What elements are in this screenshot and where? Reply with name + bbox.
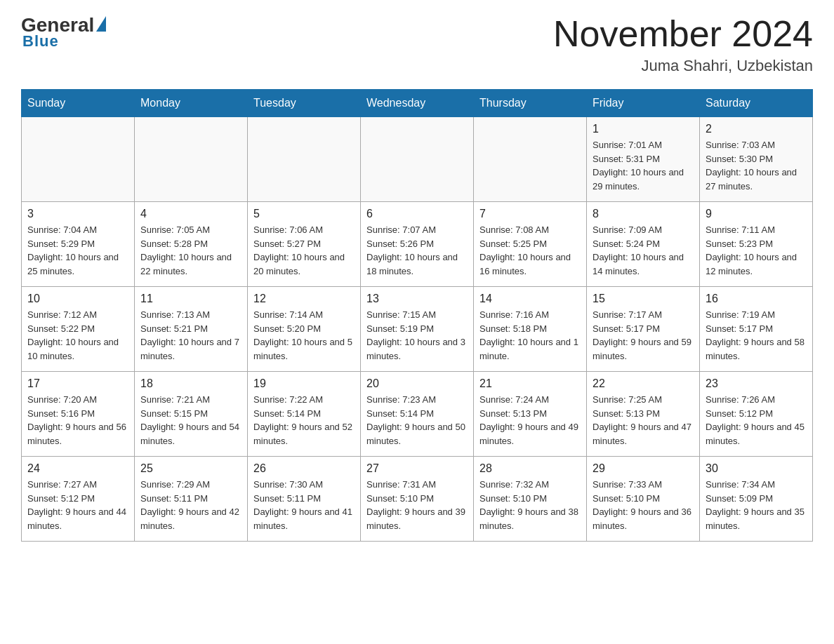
calendar-header-row: SundayMondayTuesdayWednesdayThursdayFrid… [22, 90, 813, 117]
day-info: Sunrise: 7:33 AMSunset: 5:10 PMDaylight:… [593, 478, 694, 532]
day-number: 26 [253, 462, 355, 475]
calendar-cell: 23Sunrise: 7:26 AMSunset: 5:12 PMDayligh… [700, 372, 813, 457]
day-number: 22 [593, 377, 694, 390]
day-number: 24 [27, 462, 128, 475]
day-info: Sunrise: 7:25 AMSunset: 5:13 PMDaylight:… [593, 393, 694, 448]
day-info: Sunrise: 7:03 AMSunset: 5:30 PMDaylight:… [706, 138, 807, 193]
day-number: 17 [27, 377, 128, 390]
day-info: Sunrise: 7:27 AMSunset: 5:12 PMDaylight:… [27, 478, 128, 532]
day-info: Sunrise: 7:14 AMSunset: 5:20 PMDaylight:… [253, 308, 355, 363]
calendar-header-tuesday: Tuesday [248, 90, 361, 117]
location-title: Juma Shahri, Uzbekistan [553, 57, 813, 75]
day-info: Sunrise: 7:13 AMSunset: 5:21 PMDaylight:… [140, 308, 241, 363]
calendar-cell [22, 117, 135, 202]
calendar-cell: 6Sunrise: 7:07 AMSunset: 5:26 PMDaylight… [361, 202, 474, 287]
day-number: 15 [593, 293, 694, 305]
day-number: 11 [140, 293, 241, 305]
day-info: Sunrise: 7:08 AMSunset: 5:25 PMDaylight:… [479, 223, 581, 278]
calendar-cell: 16Sunrise: 7:19 AMSunset: 5:17 PMDayligh… [700, 287, 813, 372]
calendar-cell: 13Sunrise: 7:15 AMSunset: 5:19 PMDayligh… [361, 287, 474, 372]
day-info: Sunrise: 7:20 AMSunset: 5:16 PMDaylight:… [27, 393, 128, 448]
calendar-cell [135, 117, 248, 202]
calendar-cell: 24Sunrise: 7:27 AMSunset: 5:12 PMDayligh… [22, 457, 135, 542]
day-number: 3 [27, 208, 128, 220]
day-info: Sunrise: 7:26 AMSunset: 5:12 PMDaylight:… [706, 393, 807, 448]
calendar-header-saturday: Saturday [700, 90, 813, 117]
calendar-week-5: 24Sunrise: 7:27 AMSunset: 5:12 PMDayligh… [22, 457, 813, 542]
day-number: 7 [479, 208, 581, 220]
day-number: 2 [706, 123, 807, 135]
calendar-header-thursday: Thursday [474, 90, 587, 117]
day-info: Sunrise: 7:34 AMSunset: 5:09 PMDaylight:… [706, 478, 807, 532]
calendar-cell [248, 117, 361, 202]
calendar-week-1: 1Sunrise: 7:01 AMSunset: 5:31 PMDaylight… [22, 117, 813, 202]
day-info: Sunrise: 7:01 AMSunset: 5:31 PMDaylight:… [593, 138, 694, 193]
day-info: Sunrise: 7:09 AMSunset: 5:24 PMDaylight:… [593, 223, 694, 278]
calendar-cell: 22Sunrise: 7:25 AMSunset: 5:13 PMDayligh… [587, 372, 700, 457]
calendar-cell: 4Sunrise: 7:05 AMSunset: 5:28 PMDaylight… [135, 202, 248, 287]
calendar-cell: 27Sunrise: 7:31 AMSunset: 5:10 PMDayligh… [361, 457, 474, 542]
day-number: 8 [593, 208, 694, 220]
day-number: 29 [593, 462, 694, 475]
calendar-cell: 3Sunrise: 7:04 AMSunset: 5:29 PMDaylight… [22, 202, 135, 287]
day-info: Sunrise: 7:19 AMSunset: 5:17 PMDaylight:… [706, 308, 807, 363]
calendar-cell: 21Sunrise: 7:24 AMSunset: 5:13 PMDayligh… [474, 372, 587, 457]
title-block: November 2024 Juma Shahri, Uzbekistan [553, 14, 813, 75]
day-info: Sunrise: 7:11 AMSunset: 5:23 PMDaylight:… [706, 223, 807, 278]
day-number: 13 [366, 293, 468, 305]
calendar-header-friday: Friday [587, 90, 700, 117]
day-info: Sunrise: 7:04 AMSunset: 5:29 PMDaylight:… [27, 223, 128, 278]
calendar-cell: 11Sunrise: 7:13 AMSunset: 5:21 PMDayligh… [135, 287, 248, 372]
calendar-week-4: 17Sunrise: 7:20 AMSunset: 5:16 PMDayligh… [22, 372, 813, 457]
calendar-cell [474, 117, 587, 202]
day-number: 12 [253, 293, 355, 305]
day-info: Sunrise: 7:17 AMSunset: 5:17 PMDaylight:… [593, 308, 694, 363]
calendar-cell: 29Sunrise: 7:33 AMSunset: 5:10 PMDayligh… [587, 457, 700, 542]
day-number: 21 [479, 377, 581, 390]
day-info: Sunrise: 7:15 AMSunset: 5:19 PMDaylight:… [366, 308, 468, 363]
calendar-table: SundayMondayTuesdayWednesdayThursdayFrid… [21, 89, 813, 542]
day-number: 1 [593, 123, 694, 135]
day-info: Sunrise: 7:06 AMSunset: 5:27 PMDaylight:… [253, 223, 355, 278]
day-number: 19 [253, 377, 355, 390]
day-number: 25 [140, 462, 241, 475]
day-info: Sunrise: 7:23 AMSunset: 5:14 PMDaylight:… [366, 393, 468, 448]
day-number: 10 [27, 293, 128, 305]
calendar-cell: 1Sunrise: 7:01 AMSunset: 5:31 PMDaylight… [587, 117, 700, 202]
day-number: 23 [706, 377, 807, 390]
day-number: 14 [479, 293, 581, 305]
day-number: 18 [140, 377, 241, 390]
day-info: Sunrise: 7:31 AMSunset: 5:10 PMDaylight:… [366, 478, 468, 532]
calendar-header-sunday: Sunday [22, 90, 135, 117]
calendar-cell: 26Sunrise: 7:30 AMSunset: 5:11 PMDayligh… [248, 457, 361, 542]
day-info: Sunrise: 7:16 AMSunset: 5:18 PMDaylight:… [479, 308, 581, 363]
calendar-week-2: 3Sunrise: 7:04 AMSunset: 5:29 PMDaylight… [22, 202, 813, 287]
day-info: Sunrise: 7:24 AMSunset: 5:13 PMDaylight:… [479, 393, 581, 448]
day-number: 6 [366, 208, 468, 220]
day-number: 4 [140, 208, 241, 220]
calendar-cell: 28Sunrise: 7:32 AMSunset: 5:10 PMDayligh… [474, 457, 587, 542]
calendar-cell [361, 117, 474, 202]
day-info: Sunrise: 7:29 AMSunset: 5:11 PMDaylight:… [140, 478, 241, 532]
calendar-cell: 19Sunrise: 7:22 AMSunset: 5:14 PMDayligh… [248, 372, 361, 457]
calendar-cell: 8Sunrise: 7:09 AMSunset: 5:24 PMDaylight… [587, 202, 700, 287]
calendar-cell: 20Sunrise: 7:23 AMSunset: 5:14 PMDayligh… [361, 372, 474, 457]
logo-triangle-icon [96, 16, 106, 32]
calendar-header-wednesday: Wednesday [361, 90, 474, 117]
day-info: Sunrise: 7:05 AMSunset: 5:28 PMDaylight:… [140, 223, 241, 278]
day-number: 30 [706, 462, 807, 475]
day-info: Sunrise: 7:22 AMSunset: 5:14 PMDaylight:… [253, 393, 355, 448]
day-number: 28 [479, 462, 581, 475]
page-header: General Blue November 2024 Juma Shahri, … [21, 14, 813, 75]
calendar-cell: 17Sunrise: 7:20 AMSunset: 5:16 PMDayligh… [22, 372, 135, 457]
calendar-cell: 12Sunrise: 7:14 AMSunset: 5:20 PMDayligh… [248, 287, 361, 372]
day-number: 27 [366, 462, 468, 475]
calendar-cell: 2Sunrise: 7:03 AMSunset: 5:30 PMDaylight… [700, 117, 813, 202]
day-number: 5 [253, 208, 355, 220]
calendar-week-3: 10Sunrise: 7:12 AMSunset: 5:22 PMDayligh… [22, 287, 813, 372]
calendar-cell: 30Sunrise: 7:34 AMSunset: 5:09 PMDayligh… [700, 457, 813, 542]
calendar-cell: 5Sunrise: 7:06 AMSunset: 5:27 PMDaylight… [248, 202, 361, 287]
day-info: Sunrise: 7:32 AMSunset: 5:10 PMDaylight:… [479, 478, 581, 532]
calendar-cell: 18Sunrise: 7:21 AMSunset: 5:15 PMDayligh… [135, 372, 248, 457]
day-info: Sunrise: 7:21 AMSunset: 5:15 PMDaylight:… [140, 393, 241, 448]
